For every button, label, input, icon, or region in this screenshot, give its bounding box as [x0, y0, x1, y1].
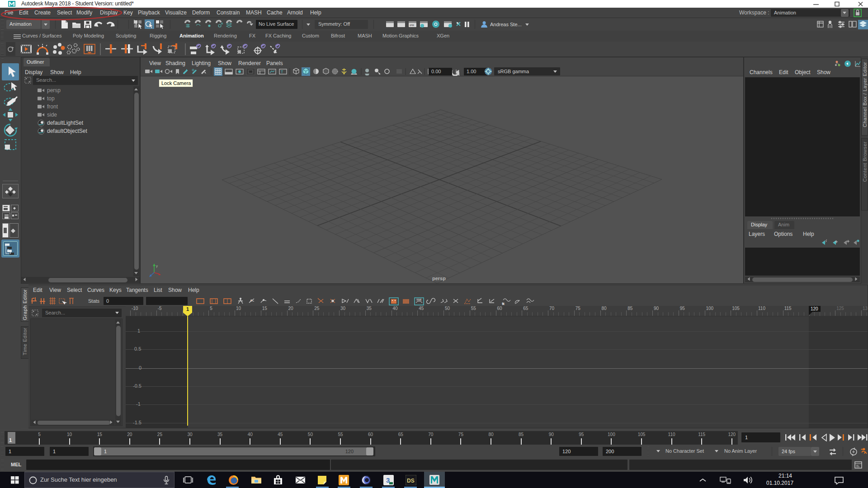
svg-text:DS: DS	[407, 478, 415, 484]
svg-text:SINE: SINE	[416, 298, 422, 301]
svg-text:fx: fx	[502, 302, 504, 305]
svg-text:y: y	[156, 264, 158, 268]
svg-text:T: T	[281, 70, 283, 74]
